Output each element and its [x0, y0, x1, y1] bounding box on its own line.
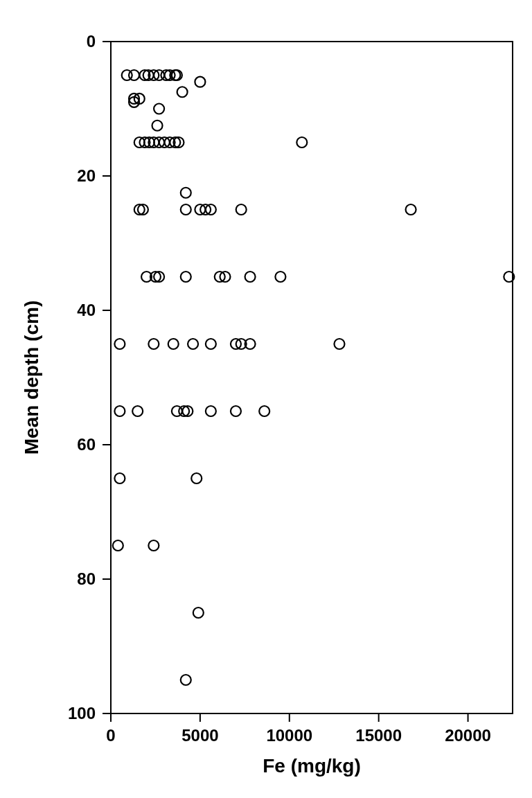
data-point [152, 121, 163, 131]
data-point [129, 70, 139, 80]
x-tick-label: 15000 [355, 726, 402, 745]
data-point [181, 675, 191, 685]
data-point [334, 339, 344, 349]
data-point [177, 87, 188, 97]
data-point [193, 608, 204, 618]
data-point [231, 406, 241, 416]
y-tick-label: 40 [77, 301, 96, 319]
data-point [206, 339, 216, 349]
data-point [181, 272, 191, 282]
y-tick-label: 20 [77, 166, 96, 185]
data-point [113, 540, 123, 551]
data-point [181, 204, 191, 215]
data-point [296, 137, 307, 148]
data-point [114, 473, 125, 484]
x-tick-label: 0 [106, 726, 115, 745]
data-point [132, 406, 143, 416]
data-point [154, 104, 164, 114]
data-point [191, 473, 202, 484]
data-point [206, 406, 216, 416]
data-point [114, 339, 125, 349]
x-tick-label: 20000 [445, 726, 491, 745]
data-point [406, 204, 416, 215]
plot-frame [111, 42, 513, 713]
x-tick-label: 5000 [181, 726, 218, 745]
y-tick-label: 60 [77, 435, 96, 454]
data-point [114, 406, 125, 416]
data-point [195, 77, 205, 87]
data-point [259, 406, 269, 416]
chart-svg: 05000100001500020000020406080100Fe (mg/k… [0, 0, 532, 798]
y-tick-label: 100 [68, 704, 96, 722]
data-point [148, 540, 159, 551]
data-point [188, 339, 198, 349]
x-axis-label: Fe (mg/kg) [263, 755, 361, 777]
y-tick-label: 0 [87, 32, 96, 51]
scatter-chart: 05000100001500020000020406080100Fe (mg/k… [0, 0, 532, 798]
y-axis-label: Mean depth (cm) [21, 301, 42, 454]
data-point [275, 272, 285, 282]
x-tick-label: 10000 [266, 726, 312, 745]
data-point [168, 339, 179, 349]
data-point [181, 188, 191, 198]
data-point [236, 204, 247, 215]
y-tick-label: 80 [77, 569, 96, 588]
data-point [245, 272, 256, 282]
data-point [148, 339, 159, 349]
